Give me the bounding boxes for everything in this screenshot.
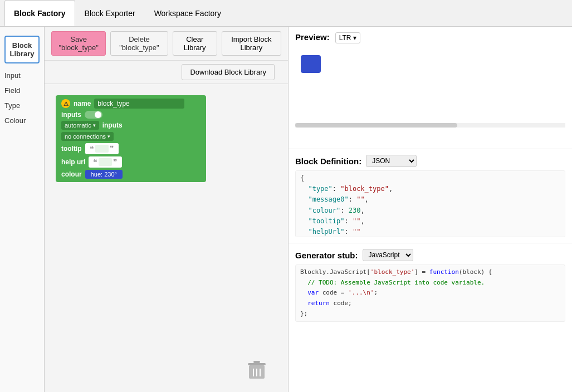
helpurl-quote-block: ❝ ❞: [89, 156, 122, 168]
generator-code: Blockly.JavaScript['block_type'] = funct…: [295, 264, 565, 322]
name-label: name: [74, 100, 91, 107]
toolbar-left: Save "block_type" Delete "block_type": [51, 31, 168, 56]
preview-canvas: [295, 50, 565, 128]
warning-icon: ⚠: [61, 99, 70, 108]
save-button[interactable]: Save "block_type": [51, 31, 106, 56]
generator-format-select[interactable]: JavaScript Python PHP Lua Dart: [363, 249, 413, 261]
preview-section: Preview: LTR ▾: [289, 27, 572, 149]
svg-rect-2: [253, 361, 260, 363]
canvas-area: ⚠ name inputs automatic: [45, 84, 288, 392]
download-library-button[interactable]: Download Block Library: [182, 64, 275, 80]
import-library-button[interactable]: Import Block Library: [222, 31, 281, 56]
block-row-colour: colour hue: 230°: [61, 170, 201, 179]
block-row-tooltip: tooltip ❝ ❞: [61, 143, 201, 154]
generator-stub-section: Generator stub: JavaScript Python PHP Lu…: [289, 243, 572, 392]
block-definition-code: { "type": "block_type", "message0": "", …: [295, 170, 565, 237]
block-type-input[interactable]: [94, 99, 184, 109]
clear-library-button[interactable]: Clear Library: [173, 31, 217, 56]
hue-button[interactable]: hue: 230°: [85, 170, 123, 179]
open-quote-icon: ❝: [90, 144, 94, 153]
block-definition-format-select[interactable]: JSON JavaScript: [366, 155, 417, 167]
tooltip-input[interactable]: [95, 145, 109, 153]
close-quote2-icon: ❞: [113, 158, 118, 166]
sidebar-item-input[interactable]: Input: [0, 68, 44, 83]
block-row-helpurl: help url ❝ ❞: [61, 156, 201, 168]
main-layout: Block Library Input Field Type Colour Sa…: [0, 27, 572, 392]
top-navigation: Block Factory Block Exporter Workspace F…: [0, 0, 572, 27]
block-definition-title: Block Definition: JSON JavaScript: [295, 155, 565, 167]
trash-icon[interactable]: [248, 361, 266, 381]
automatic-inputs-label: inputs: [102, 121, 123, 129]
block-library-button[interactable]: Block Library: [4, 36, 40, 63]
sidebar-item-field[interactable]: Field: [0, 83, 44, 98]
tooltip-label: tooltip: [61, 145, 82, 153]
connections-dropdown[interactable]: no connections: [61, 132, 114, 141]
sidebar-item-type[interactable]: Type: [0, 98, 44, 113]
block-row-connections: no connections: [61, 132, 201, 141]
block-row-inputs: inputs: [61, 111, 201, 119]
sidebar: Block Library Input Field Type Colour: [0, 27, 45, 392]
workspace: Save "block_type" Delete "block_type" Cl…: [45, 27, 288, 392]
tab-workspace-factory[interactable]: Workspace Factory: [145, 0, 231, 26]
preview-block: [301, 55, 321, 73]
close-quote-icon: ❞: [110, 144, 114, 153]
inputs-toggle[interactable]: [85, 111, 102, 119]
delete-button[interactable]: Delete "block_type": [110, 31, 168, 56]
automatic-dropdown[interactable]: automatic: [61, 121, 99, 130]
tooltip-quote-block: ❝ ❞: [85, 143, 119, 154]
right-panel: Preview: LTR ▾ Block Definition: JSON Ja…: [288, 27, 572, 392]
block-row-automatic: automatic inputs: [61, 121, 201, 130]
toolbar-right: Clear Library Import Block Library: [173, 31, 281, 56]
block-definition-section: Block Definition: JSON JavaScript { "typ…: [289, 149, 572, 243]
ltr-selector[interactable]: LTR ▾: [335, 32, 361, 43]
generator-stub-title: Generator stub: JavaScript Python PHP Lu…: [295, 249, 565, 261]
toolbar-row2: Download Block Library: [45, 61, 288, 84]
tab-block-factory[interactable]: Block Factory: [4, 0, 75, 26]
preview-scrollbar[interactable]: [295, 123, 565, 128]
sidebar-item-colour[interactable]: Colour: [0, 113, 44, 128]
inputs-label: inputs: [61, 111, 81, 119]
block-container: ⚠ name inputs automatic: [56, 95, 206, 182]
help-url-label: help url: [61, 158, 85, 166]
block-row-name: ⚠ name: [61, 99, 201, 109]
help-url-input[interactable]: [99, 158, 112, 166]
preview-title: Preview:: [295, 32, 330, 42]
scrollbar-thumb: [295, 123, 457, 128]
colour-label: colour: [61, 170, 82, 178]
block-main: ⚠ name inputs automatic: [56, 95, 206, 182]
tab-block-exporter[interactable]: Block Exporter: [75, 0, 145, 26]
open-quote2-icon: ❝: [93, 158, 97, 166]
svg-rect-1: [248, 363, 266, 365]
toolbar-row1: Save "block_type" Delete "block_type" Cl…: [45, 27, 288, 61]
